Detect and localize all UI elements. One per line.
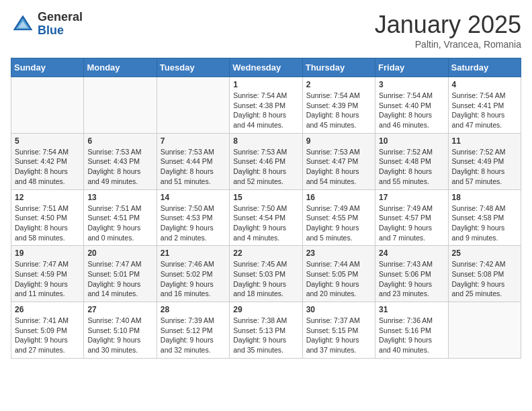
- day-info: Sunrise: 7:47 AM Sunset: 5:01 PM Dayligh…: [87, 259, 152, 299]
- calendar-day: 7Sunrise: 7:53 AM Sunset: 4:44 PM Daylig…: [157, 133, 229, 189]
- calendar-day: 2Sunrise: 7:54 AM Sunset: 4:39 PM Daylig…: [302, 77, 375, 134]
- calendar-day: 28Sunrise: 7:39 AM Sunset: 5:12 PM Dayli…: [157, 302, 229, 359]
- calendar-day: 18Sunrise: 7:48 AM Sunset: 4:58 PM Dayli…: [448, 189, 521, 246]
- weekday-header-saturday: Saturday: [448, 58, 521, 77]
- day-info: Sunrise: 7:40 AM Sunset: 5:10 PM Dayligh…: [87, 316, 152, 355]
- weekday-header-friday: Friday: [375, 58, 448, 77]
- calendar-day: 8Sunrise: 7:53 AM Sunset: 4:46 PM Daylig…: [230, 133, 302, 189]
- calendar-day: 4Sunrise: 7:54 AM Sunset: 4:41 PM Daylig…: [448, 77, 521, 134]
- day-info: Sunrise: 7:51 AM Sunset: 4:51 PM Dayligh…: [87, 203, 152, 243]
- weekday-header-sunday: Sunday: [11, 58, 84, 77]
- day-info: Sunrise: 7:52 AM Sunset: 4:49 PM Dayligh…: [452, 147, 517, 187]
- day-info: Sunrise: 7:43 AM Sunset: 5:06 PM Dayligh…: [379, 259, 444, 299]
- logo: General Blue: [11, 11, 83, 38]
- title-block: January 2025 Paltin, Vrancea, Romania: [375, 11, 521, 50]
- day-info: Sunrise: 7:54 AM Sunset: 4:39 PM Dayligh…: [306, 91, 371, 130]
- calendar-week-4: 19Sunrise: 7:47 AM Sunset: 4:59 PM Dayli…: [11, 246, 521, 302]
- day-number: 5: [15, 136, 80, 146]
- calendar-day: [11, 77, 84, 134]
- day-info: Sunrise: 7:54 AM Sunset: 4:42 PM Dayligh…: [15, 147, 80, 187]
- calendar-day: 21Sunrise: 7:46 AM Sunset: 5:02 PM Dayli…: [157, 246, 229, 302]
- day-number: 22: [233, 248, 298, 258]
- calendar-day: 15Sunrise: 7:50 AM Sunset: 4:54 PM Dayli…: [230, 189, 302, 246]
- weekday-header-wednesday: Wednesday: [230, 58, 302, 77]
- calendar-day: 22Sunrise: 7:45 AM Sunset: 5:03 PM Dayli…: [230, 246, 302, 302]
- calendar-day: 24Sunrise: 7:43 AM Sunset: 5:06 PM Dayli…: [375, 246, 448, 302]
- calendar-day: [84, 77, 157, 134]
- day-number: 9: [306, 136, 371, 146]
- day-number: 13: [87, 193, 152, 202]
- calendar-day: 30Sunrise: 7:37 AM Sunset: 5:15 PM Dayli…: [302, 302, 375, 359]
- day-info: Sunrise: 7:52 AM Sunset: 4:48 PM Dayligh…: [379, 147, 444, 187]
- day-info: Sunrise: 7:38 AM Sunset: 5:13 PM Dayligh…: [233, 316, 298, 355]
- day-info: Sunrise: 7:46 AM Sunset: 5:02 PM Dayligh…: [161, 259, 226, 299]
- calendar-day: 16Sunrise: 7:49 AM Sunset: 4:55 PM Dayli…: [302, 189, 375, 246]
- day-info: Sunrise: 7:54 AM Sunset: 4:40 PM Dayligh…: [379, 91, 444, 130]
- calendar-day: 9Sunrise: 7:53 AM Sunset: 4:47 PM Daylig…: [302, 133, 375, 189]
- day-info: Sunrise: 7:53 AM Sunset: 4:43 PM Dayligh…: [87, 147, 152, 187]
- day-number: 7: [161, 136, 226, 146]
- calendar-day: 27Sunrise: 7:40 AM Sunset: 5:10 PM Dayli…: [84, 302, 157, 359]
- day-info: Sunrise: 7:36 AM Sunset: 5:16 PM Dayligh…: [379, 316, 444, 355]
- month-title: January 2025: [375, 11, 521, 39]
- calendar-table: SundayMondayTuesdayWednesdayThursdayFrid…: [11, 58, 521, 359]
- day-number: 1: [233, 80, 298, 89]
- weekday-header-monday: Monday: [84, 58, 157, 77]
- day-info: Sunrise: 7:50 AM Sunset: 4:53 PM Dayligh…: [161, 203, 226, 243]
- calendar-day: 31Sunrise: 7:36 AM Sunset: 5:16 PM Dayli…: [375, 302, 448, 359]
- calendar-week-3: 12Sunrise: 7:51 AM Sunset: 4:50 PM Dayli…: [11, 189, 521, 246]
- day-number: 8: [233, 136, 298, 146]
- day-number: 3: [379, 80, 444, 89]
- day-info: Sunrise: 7:50 AM Sunset: 4:54 PM Dayligh…: [233, 203, 298, 243]
- day-info: Sunrise: 7:53 AM Sunset: 4:47 PM Dayligh…: [306, 147, 371, 187]
- day-info: Sunrise: 7:47 AM Sunset: 4:59 PM Dayligh…: [15, 259, 80, 299]
- day-info: Sunrise: 7:54 AM Sunset: 4:41 PM Dayligh…: [452, 91, 517, 130]
- calendar-day: 14Sunrise: 7:50 AM Sunset: 4:53 PM Dayli…: [157, 189, 229, 246]
- calendar-week-2: 5Sunrise: 7:54 AM Sunset: 4:42 PM Daylig…: [11, 133, 521, 189]
- day-number: 11: [452, 136, 517, 146]
- logo-blue: Blue: [38, 24, 83, 38]
- day-info: Sunrise: 7:37 AM Sunset: 5:15 PM Dayligh…: [306, 316, 371, 355]
- calendar-day: 20Sunrise: 7:47 AM Sunset: 5:01 PM Dayli…: [84, 246, 157, 302]
- calendar-day: 25Sunrise: 7:42 AM Sunset: 5:08 PM Dayli…: [448, 246, 521, 302]
- day-number: 20: [87, 248, 152, 258]
- day-number: 31: [379, 305, 444, 314]
- calendar-day: 17Sunrise: 7:49 AM Sunset: 4:57 PM Dayli…: [375, 189, 448, 246]
- day-info: Sunrise: 7:54 AM Sunset: 4:38 PM Dayligh…: [233, 91, 298, 130]
- day-number: 29: [233, 305, 298, 314]
- day-number: 12: [15, 193, 80, 202]
- calendar-week-5: 26Sunrise: 7:41 AM Sunset: 5:09 PM Dayli…: [11, 302, 521, 359]
- calendar-day: [157, 77, 229, 134]
- calendar-day: 10Sunrise: 7:52 AM Sunset: 4:48 PM Dayli…: [375, 133, 448, 189]
- weekday-header-thursday: Thursday: [302, 58, 375, 77]
- day-info: Sunrise: 7:51 AM Sunset: 4:50 PM Dayligh…: [15, 203, 80, 243]
- day-number: 10: [379, 136, 444, 146]
- page-header: General Blue January 2025 Paltin, Vrance…: [11, 11, 521, 50]
- day-number: 25: [452, 248, 517, 258]
- calendar-day: 13Sunrise: 7:51 AM Sunset: 4:51 PM Dayli…: [84, 189, 157, 246]
- day-number: 27: [87, 305, 152, 314]
- weekday-header-row: SundayMondayTuesdayWednesdayThursdayFrid…: [11, 58, 521, 77]
- day-number: 18: [452, 193, 517, 202]
- location: Paltin, Vrancea, Romania: [375, 39, 521, 50]
- calendar-day: 12Sunrise: 7:51 AM Sunset: 4:50 PM Dayli…: [11, 189, 84, 246]
- day-number: 30: [306, 305, 371, 314]
- calendar-day: 29Sunrise: 7:38 AM Sunset: 5:13 PM Dayli…: [230, 302, 302, 359]
- day-number: 4: [452, 80, 517, 89]
- day-number: 26: [15, 305, 80, 314]
- day-number: 16: [306, 193, 371, 202]
- day-number: 17: [379, 193, 444, 202]
- logo-general: General: [38, 11, 83, 24]
- calendar-day: 6Sunrise: 7:53 AM Sunset: 4:43 PM Daylig…: [84, 133, 157, 189]
- day-info: Sunrise: 7:49 AM Sunset: 4:57 PM Dayligh…: [379, 203, 444, 243]
- weekday-header-tuesday: Tuesday: [157, 58, 229, 77]
- calendar-week-1: 1Sunrise: 7:54 AM Sunset: 4:38 PM Daylig…: [11, 77, 521, 134]
- logo-text: General Blue: [38, 11, 83, 38]
- calendar-day: 3Sunrise: 7:54 AM Sunset: 4:40 PM Daylig…: [375, 77, 448, 134]
- day-info: Sunrise: 7:39 AM Sunset: 5:12 PM Dayligh…: [161, 316, 226, 355]
- calendar-day: 23Sunrise: 7:44 AM Sunset: 5:05 PM Dayli…: [302, 246, 375, 302]
- day-info: Sunrise: 7:49 AM Sunset: 4:55 PM Dayligh…: [306, 203, 371, 243]
- day-info: Sunrise: 7:48 AM Sunset: 4:58 PM Dayligh…: [452, 203, 517, 243]
- day-number: 23: [306, 248, 371, 258]
- day-info: Sunrise: 7:44 AM Sunset: 5:05 PM Dayligh…: [306, 259, 371, 299]
